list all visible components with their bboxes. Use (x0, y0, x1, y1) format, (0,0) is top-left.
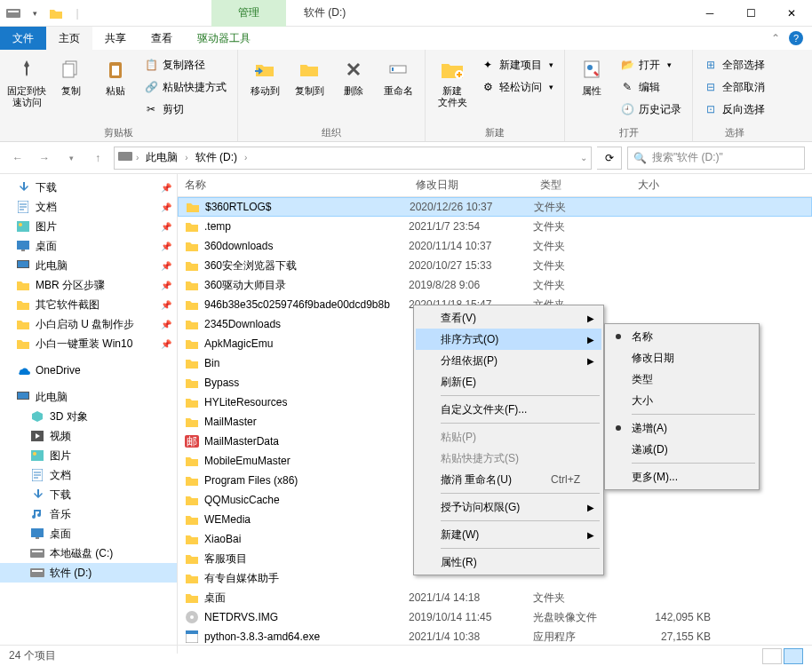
large-icons-view-button[interactable] (784, 648, 803, 664)
move-to-button[interactable]: 移动到 (245, 53, 284, 124)
close-button[interactable]: ✕ (771, 0, 812, 27)
col-type[interactable]: 类型 (533, 178, 631, 193)
tree-item[interactable]: MBR 分区步骤📌 (0, 275, 177, 295)
file-row[interactable]: 360安全浏览器下载2020/10/27 15:33文件夹 (178, 256, 812, 275)
delete-button[interactable]: 删除 (334, 53, 373, 124)
file-row[interactable]: 桌面2021/1/4 14:18文件夹 (178, 588, 812, 607)
easy-access-button[interactable]: ⚙轻松访问▾ (477, 77, 557, 97)
tree-item[interactable]: 3D 对象 (0, 407, 177, 426)
file-row[interactable]: NETDRVS.IMG2019/10/14 11:45光盘映像文件142,095… (178, 607, 812, 627)
file-row[interactable]: .temp2021/1/7 23:54文件夹 (178, 217, 812, 236)
copy-to-button[interactable]: 复制到 (290, 53, 329, 124)
tree-item[interactable]: 图片📌 (0, 217, 177, 236)
tree-item[interactable]: 文档 (0, 465, 177, 485)
select-none-button[interactable]: ⊟全部取消 (700, 77, 768, 97)
tree-item[interactable]: 本地磁盘 (C:) (0, 543, 177, 563)
col-size[interactable]: 大小 (631, 178, 720, 193)
open-button[interactable]: 📂打开▾ (617, 55, 685, 75)
select-all-button[interactable]: ⊞全部选择 (700, 55, 768, 75)
tree-item[interactable]: 下载 (0, 485, 177, 504)
tree-item[interactable]: 小白启动 U 盘制作步📌 (0, 314, 177, 334)
folder-icon (16, 317, 30, 331)
folder-icon (185, 317, 199, 331)
folder-icon (185, 297, 199, 312)
recent-dropdown[interactable]: ▾ (60, 147, 82, 169)
qat-dropdown-icon[interactable]: ▾ (25, 4, 44, 23)
copy-button[interactable]: 复制 (52, 53, 91, 124)
breadcrumb-drive[interactable]: 软件 (D:) (192, 150, 241, 165)
tree-item[interactable]: 下载📌 (0, 178, 177, 197)
paste-button[interactable]: 粘贴 (96, 53, 135, 124)
address-dropdown-icon[interactable]: ⌄ (580, 153, 587, 163)
chevron-right-icon[interactable]: › (185, 153, 187, 163)
menu-item[interactable]: 新建(W)▶ (416, 524, 601, 545)
copy-path-button[interactable]: 📋复制路径 (140, 55, 230, 75)
forward-button[interactable]: → (34, 147, 55, 169)
menu-item[interactable]: 刷新(E) (416, 371, 601, 392)
refresh-button[interactable]: ⟳ (597, 147, 622, 170)
edit-button[interactable]: ✎编辑 (617, 77, 685, 97)
tree-item[interactable]: 此电脑 (0, 387, 177, 407)
tab-share[interactable]: 共享 (92, 27, 139, 50)
chevron-right-icon[interactable]: › (244, 153, 247, 163)
menu-item[interactable]: 排序方式(O)▶ (416, 329, 601, 350)
contextual-tab-manage[interactable]: 管理 (211, 0, 286, 27)
file-row[interactable]: python-3.8.3-amd64.exe2021/1/4 10:38应用程序… (178, 627, 812, 646)
chevron-right-icon[interactable]: › (136, 153, 139, 163)
details-view-button[interactable] (762, 648, 782, 664)
collapse-ribbon-icon[interactable]: ⌃ (771, 32, 780, 44)
tree-item[interactable]: 软件 (D:) (0, 563, 177, 583)
invert-selection-button[interactable]: ⊡反向选择 (700, 99, 768, 119)
pin-to-quick-access-button[interactable]: 固定到快 速访问 (7, 53, 46, 124)
tree-item[interactable]: OneDrive (0, 361, 177, 380)
menu-item[interactable]: 查看(V)▶ (416, 307, 601, 329)
tab-file[interactable]: 文件 (0, 27, 46, 50)
tree-item[interactable]: 视频 (0, 426, 177, 446)
tree-item[interactable]: 文档📌 (0, 197, 177, 217)
tree-item[interactable]: 图片 (0, 446, 177, 465)
menu-item[interactable]: 分组依据(P)▶ (416, 350, 601, 371)
properties-button[interactable]: 属性 (572, 53, 611, 124)
menu-item[interactable]: 撤消 重命名(U)Ctrl+Z (416, 469, 601, 490)
menu-item[interactable]: 递减(D) (607, 439, 757, 460)
menu-item[interactable]: 名称 (607, 326, 757, 347)
menu-item[interactable]: 递增(A) (607, 417, 757, 439)
tab-view[interactable]: 查看 (139, 27, 185, 50)
tab-drive-tools[interactable]: 驱动器工具 (185, 27, 263, 50)
file-row[interactable]: 360downloads2020/11/14 10:37文件夹 (178, 236, 812, 256)
cut-button[interactable]: ✂剪切 (140, 99, 230, 119)
tree-item[interactable]: 其它软件截图📌 (0, 295, 177, 314)
new-folder-button[interactable]: 新建 文件夹 (433, 53, 472, 124)
paste-shortcut-button[interactable]: 🔗粘贴快捷方式 (140, 77, 230, 97)
up-button[interactable]: ↑ (87, 147, 108, 169)
file-row[interactable]: 360驱动大师目录2019/8/28 9:06文件夹 (178, 275, 812, 295)
tree-item[interactable]: 此电脑📌 (0, 256, 177, 275)
tree-item[interactable]: 桌面📌 (0, 236, 177, 256)
history-button[interactable]: 🕘历史记录 (617, 99, 685, 119)
menu-item[interactable]: 自定义文件夹(F)... (416, 399, 601, 420)
minimize-button[interactable]: ─ (689, 0, 730, 27)
column-headers[interactable]: 名称 修改日期 类型 大小 (178, 174, 812, 197)
tab-home[interactable]: 主页 (46, 27, 92, 50)
rename-button[interactable]: 重命名 (378, 53, 418, 124)
menu-item[interactable]: 类型 (607, 369, 757, 390)
new-item-button[interactable]: ✦新建项目▾ (477, 55, 557, 75)
help-icon[interactable]: ? (789, 31, 803, 45)
menu-item[interactable]: 授予访问权限(G)▶ (416, 496, 601, 518)
maximize-button[interactable]: ☐ (730, 0, 771, 27)
col-modified[interactable]: 修改日期 (409, 178, 533, 193)
search-input[interactable]: 🔍 搜索"软件 (D:)" (627, 147, 805, 170)
menu-item[interactable]: 属性(R) (416, 551, 601, 573)
col-name[interactable]: 名称 (178, 178, 409, 193)
tree-item[interactable]: 音乐 (0, 504, 177, 524)
menu-item[interactable]: 更多(M)... (607, 466, 757, 488)
tree-item[interactable]: 小白一键重装 Win10📌 (0, 334, 177, 353)
tree-item[interactable]: 桌面 (0, 524, 177, 543)
menu-item[interactable]: 修改日期 (607, 347, 757, 369)
address-bar[interactable]: › 此电脑 › 软件 (D:) › ⌄ (114, 147, 592, 170)
breadcrumb-pc[interactable]: 此电脑 (142, 150, 181, 165)
back-button[interactable]: ← (7, 147, 28, 169)
menu-item[interactable]: 大小 (607, 390, 757, 411)
edit-icon: ✎ (620, 80, 634, 94)
file-row[interactable]: $360RTLOG$2020/12/26 10:37文件夹 (178, 197, 812, 217)
